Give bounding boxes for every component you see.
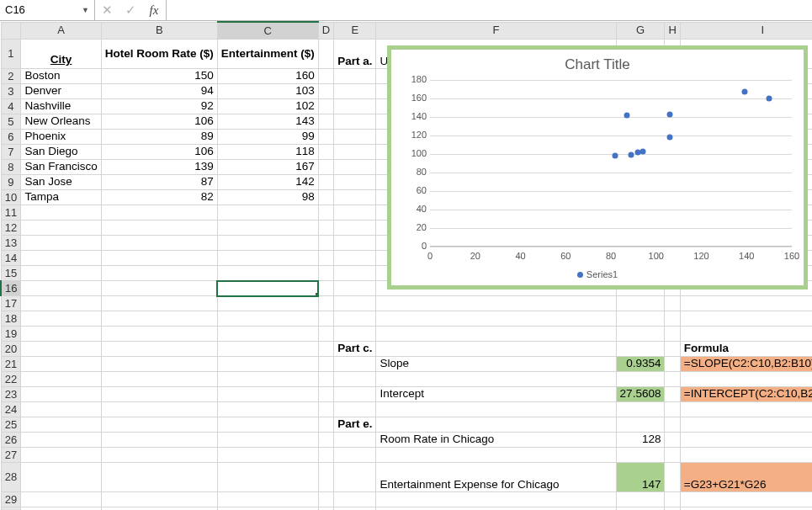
row-header-15[interactable]: 15	[1, 266, 21, 281]
label-part-c[interactable]: Part c.	[334, 342, 376, 357]
row-header-30[interactable]: 30	[1, 507, 21, 511]
row-header-14[interactable]: 14	[1, 251, 21, 266]
row-header-19[interactable]: 19	[1, 327, 21, 342]
scatter-chart[interactable]: Chart Title 0204060801001201401601800204…	[387, 45, 808, 290]
col-header-I[interactable]: I	[680, 22, 812, 40]
row-header-28[interactable]: 28	[1, 463, 21, 492]
label-part-e[interactable]: Part e.	[334, 417, 376, 433]
col-header-B[interactable]: B	[101, 22, 217, 40]
label-slope[interactable]: Slope	[376, 357, 616, 372]
chart-plot-area[interactable]: 0204060801001201401601800204060801001201…	[430, 80, 792, 247]
fx-icon[interactable]: fx	[142, 3, 166, 18]
cell-ent[interactable]: 98	[217, 190, 318, 205]
name-box[interactable]: C16 ▼	[0, 0, 95, 20]
row-header-20[interactable]: 20	[1, 342, 21, 357]
row-header-23[interactable]: 23	[1, 387, 21, 402]
col-header-D[interactable]: D	[318, 22, 333, 40]
row-header-12[interactable]: 12	[1, 220, 21, 236]
cell-city[interactable]: Boston	[21, 69, 101, 84]
row-header-1[interactable]: 1	[1, 40, 21, 69]
chart-legend[interactable]: Series1	[391, 269, 804, 280]
col-header-A[interactable]: A	[21, 22, 101, 40]
col-header-F[interactable]: F	[376, 22, 616, 40]
cell-ent[interactable]: 102	[217, 99, 318, 114]
cell-city[interactable]: Nashville	[21, 99, 101, 114]
cell-rate[interactable]: 87	[101, 175, 217, 190]
worksheet[interactable]: ABCDEFGHIJK1CityHotel Room Rate ($)Enter…	[0, 21, 812, 510]
cell-city[interactable]: Tampa	[21, 190, 101, 205]
row-header-16[interactable]: 16	[1, 281, 21, 296]
row-header-18[interactable]: 18	[1, 311, 21, 327]
col-header-E[interactable]: E	[334, 22, 376, 40]
formula-input[interactable]	[167, 0, 812, 20]
row-header-9[interactable]: 9	[1, 175, 21, 190]
row-header-27[interactable]: 27	[1, 448, 21, 463]
row-header-24[interactable]: 24	[1, 402, 21, 417]
row-header-22[interactable]: 22	[1, 372, 21, 387]
cell-rate[interactable]: 82	[101, 190, 217, 205]
cell-city[interactable]: San Diego	[21, 145, 101, 160]
chart-title[interactable]: Chart Title	[391, 56, 804, 73]
value-slope[interactable]: 0.9354	[616, 357, 665, 372]
cell-ent[interactable]: 142	[217, 175, 318, 190]
cell-rate[interactable]: 92	[101, 99, 217, 114]
cell-city[interactable]: New Orleans	[21, 114, 101, 130]
row-header-6[interactable]: 6	[1, 130, 21, 145]
data-point[interactable]	[666, 111, 672, 117]
data-point[interactable]	[629, 152, 634, 158]
cell-rate[interactable]: 139	[101, 160, 217, 175]
data-point[interactable]	[624, 112, 629, 118]
cell-ent[interactable]: 118	[217, 145, 318, 160]
formula-intercept[interactable]: =INTERCEPT(C2:C10,B2:B10)	[680, 387, 812, 402]
row-header-7[interactable]: 7	[1, 145, 21, 160]
col-header-H[interactable]: H	[665, 22, 680, 40]
label-part-a[interactable]: Part a.	[334, 40, 376, 69]
data-point[interactable]	[741, 89, 747, 95]
cell-rate[interactable]: 106	[101, 114, 217, 130]
data-point[interactable]	[767, 96, 772, 102]
cell-city[interactable]: San Jose	[21, 175, 101, 190]
cell-ent[interactable]: 167	[217, 160, 318, 175]
formula-slope[interactable]: =SLOPE(C2:C10,B2:B10)	[680, 357, 812, 372]
cell-rate[interactable]: 94	[101, 84, 217, 99]
header-ent[interactable]: Entertainment ($)	[217, 40, 318, 69]
col-header-C[interactable]: C	[217, 22, 318, 40]
row-header-29[interactable]: 29	[1, 492, 21, 507]
label-formula[interactable]: Formula	[680, 342, 812, 357]
header-rate[interactable]: Hotel Room Rate ($)	[101, 40, 217, 69]
data-point[interactable]	[635, 149, 641, 155]
row-header-5[interactable]: 5	[1, 114, 21, 130]
value-ent-chicago[interactable]: 147	[616, 463, 665, 492]
row-header-4[interactable]: 4	[1, 99, 21, 114]
value-intercept[interactable]: 27.5608	[616, 387, 665, 402]
row-header-21[interactable]: 21	[1, 357, 21, 372]
row-header-11[interactable]: 11	[1, 205, 21, 220]
selected-cell[interactable]	[217, 281, 318, 296]
row-header-13[interactable]: 13	[1, 236, 21, 251]
row-header-3[interactable]: 3	[1, 84, 21, 99]
header-city[interactable]: City	[21, 40, 101, 69]
cell-rate[interactable]: 89	[101, 130, 217, 145]
chevron-down-icon[interactable]: ▼	[82, 6, 89, 15]
cell-ent[interactable]: 160	[217, 69, 318, 84]
label-ent-chicago[interactable]: Entertainment Expense for Chicago	[376, 463, 616, 492]
label-intercept[interactable]: Intercept	[376, 387, 616, 402]
label-rate-chicago[interactable]: Room Rate in Chicago	[376, 433, 616, 448]
cell-ent[interactable]: 103	[217, 84, 318, 99]
cell-city[interactable]: Phoenix	[21, 130, 101, 145]
cell-city[interactable]: San Francisco	[21, 160, 101, 175]
row-header-8[interactable]: 8	[1, 160, 21, 175]
cell-city[interactable]: Denver	[21, 84, 101, 99]
row-header-2[interactable]: 2	[1, 69, 21, 84]
cell-rate[interactable]: 106	[101, 145, 217, 160]
value-rate-chicago[interactable]: 128	[616, 433, 665, 448]
formula-ent-chicago[interactable]: =G23+G21*G26	[680, 463, 812, 492]
data-point[interactable]	[613, 153, 618, 159]
cell-ent[interactable]: 99	[217, 130, 318, 145]
row-header-10[interactable]: 10	[1, 190, 21, 205]
cell-rate[interactable]: 150	[101, 69, 217, 84]
col-header-G[interactable]: G	[616, 22, 665, 40]
cell-ent[interactable]: 143	[217, 114, 318, 130]
row-header-17[interactable]: 17	[1, 296, 21, 311]
row-header-26[interactable]: 26	[1, 433, 21, 448]
